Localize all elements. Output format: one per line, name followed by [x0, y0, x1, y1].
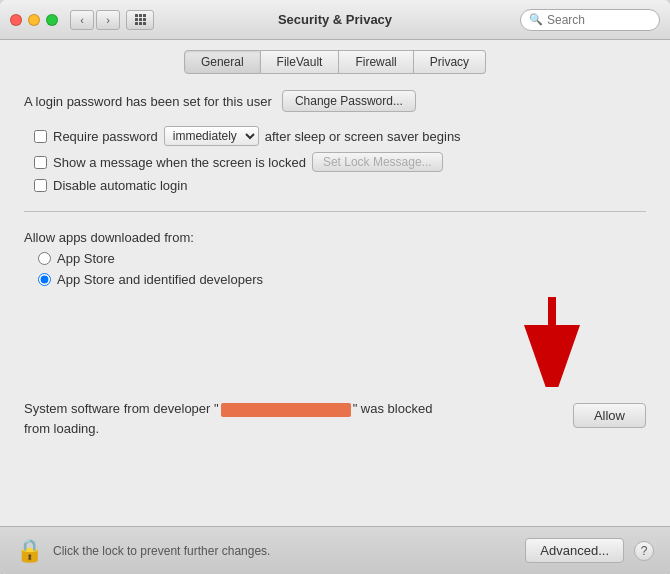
radio-app-store-identified[interactable] [38, 273, 51, 286]
allow-apps-section: Allow apps downloaded from: App Store Ap… [24, 230, 646, 287]
search-box[interactable]: 🔍 [520, 9, 660, 31]
search-input[interactable] [547, 13, 651, 27]
login-password-label: A login password has been set for this u… [24, 94, 272, 109]
require-password-suffix: after sleep or screen saver begins [265, 129, 461, 144]
bottom-bar: 🔒 Click the lock to prevent further chan… [0, 526, 670, 574]
radio-app-store[interactable] [38, 252, 51, 265]
allow-apps-label: Allow apps downloaded from: [24, 230, 646, 245]
grid-view-button[interactable] [126, 10, 154, 30]
require-password-row: Require password immediately after sleep… [34, 126, 646, 146]
show-message-checkbox[interactable] [34, 156, 47, 169]
divider [24, 211, 646, 212]
traffic-lights [10, 14, 58, 26]
help-button[interactable]: ? [634, 541, 654, 561]
require-password-checkbox[interactable] [34, 130, 47, 143]
radio-section: App Store App Store and identified devel… [24, 251, 646, 287]
lock-icon[interactable]: 🔒 [16, 538, 43, 564]
disable-login-checkbox[interactable] [34, 179, 47, 192]
nav-buttons: ‹ › [70, 10, 120, 30]
titlebar: ‹ › Security & Privacy 🔍 [0, 0, 670, 40]
radio-app-store-label: App Store [57, 251, 115, 266]
close-button[interactable] [10, 14, 22, 26]
forward-button[interactable]: › [96, 10, 120, 30]
login-password-row: A login password has been set for this u… [24, 90, 646, 112]
require-password-label: Require password [53, 129, 158, 144]
tab-firewall[interactable]: Firewall [339, 50, 413, 74]
window: ‹ › Security & Privacy 🔍 General FileVau… [0, 0, 670, 574]
content-area: A login password has been set for this u… [0, 74, 670, 526]
arrow-container [24, 297, 646, 387]
disable-login-row: Disable automatic login [34, 178, 646, 193]
grid-icon [135, 14, 146, 25]
change-password-button[interactable]: Change Password... [282, 90, 416, 112]
lock-label: Click the lock to prevent further change… [53, 544, 515, 558]
software-text-before: System software from developer " [24, 401, 219, 416]
system-software-text: System software from developer "" was bl… [24, 399, 444, 438]
radio-app-store-identified-label: App Store and identified developers [57, 272, 263, 287]
red-arrow-icon [522, 297, 582, 387]
disable-login-label: Disable automatic login [53, 178, 187, 193]
tab-filevault[interactable]: FileVault [261, 50, 340, 74]
checkbox-section: Require password immediately after sleep… [24, 126, 646, 193]
search-icon: 🔍 [529, 13, 543, 26]
window-title: Security & Privacy [278, 12, 392, 27]
system-software-row: System software from developer "" was bl… [24, 399, 646, 438]
redacted-developer-name [221, 403, 351, 417]
require-password-dropdown[interactable]: immediately [164, 126, 259, 146]
back-button[interactable]: ‹ [70, 10, 94, 30]
radio-app-store-identified-row: App Store and identified developers [38, 272, 646, 287]
radio-app-store-row: App Store [38, 251, 646, 266]
minimize-button[interactable] [28, 14, 40, 26]
tab-privacy[interactable]: Privacy [414, 50, 486, 74]
show-message-label: Show a message when the screen is locked [53, 155, 306, 170]
tab-bar: General FileVault Firewall Privacy [0, 40, 670, 74]
tab-general[interactable]: General [184, 50, 261, 74]
advanced-button[interactable]: Advanced... [525, 538, 624, 563]
show-message-row: Show a message when the screen is locked… [34, 152, 646, 172]
maximize-button[interactable] [46, 14, 58, 26]
set-lock-message-button[interactable]: Set Lock Message... [312, 152, 443, 172]
allow-button[interactable]: Allow [573, 403, 646, 428]
